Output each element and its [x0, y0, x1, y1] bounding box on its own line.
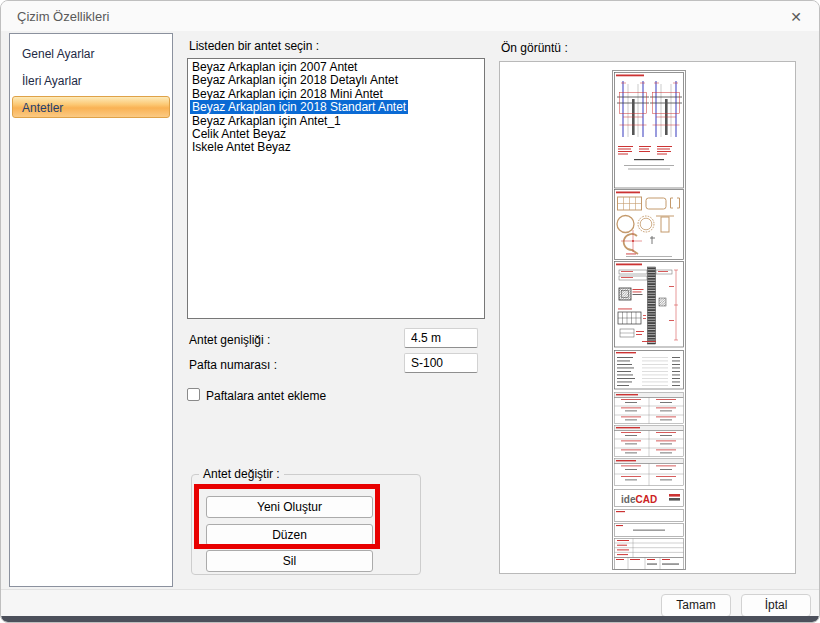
list-item[interactable]: Beyaz Arkaplan için Antet_1: [190, 115, 484, 128]
drawing-properties-dialog: Çizim Özellikleri ✕ Genel Ayarlar İleri …: [0, 0, 820, 623]
list-item[interactable]: Beyaz Arkaplan için 2018 Mini Antet: [190, 88, 484, 101]
sidebar-item-antetler[interactable]: Antetler: [12, 96, 170, 118]
sheet-number-input[interactable]: [404, 353, 478, 373]
list-item[interactable]: Celik Antet Beyaz: [190, 128, 484, 141]
list-item-selected[interactable]: Beyaz Arkaplan için 2018 Standart Antet: [190, 101, 484, 114]
delete-button[interactable]: Sil: [206, 550, 373, 572]
edit-button[interactable]: Düzen: [206, 524, 373, 546]
dialog-title: Çizim Özellikleri: [17, 9, 109, 24]
antet-width-label: Antet genişliği :: [189, 333, 270, 347]
sidebar-item-label: Genel Ayarlar: [22, 47, 95, 61]
add-antet-checkbox[interactable]: [187, 388, 200, 401]
preview-panel: ideCAD: [499, 61, 796, 574]
sidebar-item-label: Antetler: [22, 101, 63, 115]
antet-width-input[interactable]: [404, 328, 478, 348]
antet-change-group-label: Antet değiştir :: [199, 467, 284, 481]
sidebar: Genel Ayarlar İleri Ayarlar Antetler: [9, 33, 173, 587]
titlebar: Çizim Özellikleri ✕: [1, 1, 819, 31]
antet-listbox[interactable]: Beyaz Arkaplan için 2007 Antet Beyaz Ark…: [187, 58, 485, 319]
list-item[interactable]: Beyaz Arkaplan için 2007 Antet: [190, 61, 484, 74]
sidebar-item-ileri-ayarlar[interactable]: İleri Ayarlar: [12, 69, 170, 91]
antet-list-label: Listeden bir antet seçin :: [189, 39, 319, 53]
preview-label: Ön görüntü :: [501, 41, 568, 55]
antet-preview-drawing: ideCAD: [612, 70, 686, 570]
list-item[interactable]: Iskele Antet Beyaz: [190, 141, 484, 154]
close-icon: ✕: [790, 9, 802, 25]
cancel-button[interactable]: İptal: [741, 594, 811, 617]
create-new-button[interactable]: Yeni Oluştur: [206, 496, 373, 518]
ok-button[interactable]: Tamam: [661, 594, 731, 617]
sidebar-item-label: İleri Ayarlar: [22, 74, 82, 88]
add-antet-checkbox-label: Paftalara antet ekleme: [206, 389, 326, 403]
sidebar-item-genel-ayarlar[interactable]: Genel Ayarlar: [12, 42, 170, 64]
idecad-logo: ideCAD: [621, 494, 657, 505]
list-item[interactable]: Beyaz Arkaplan için 2018 Detaylı Antet: [190, 74, 484, 87]
sheet-number-label: Pafta numarası :: [189, 358, 277, 372]
close-button[interactable]: ✕: [783, 5, 809, 29]
window-bottom-edge: [1, 616, 819, 622]
